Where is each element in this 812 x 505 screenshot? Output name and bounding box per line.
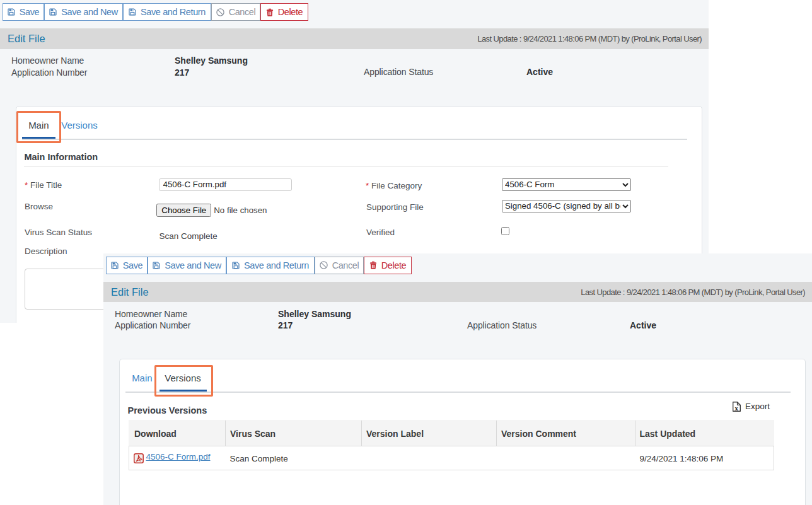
- svg-text:x: x: [735, 404, 739, 411]
